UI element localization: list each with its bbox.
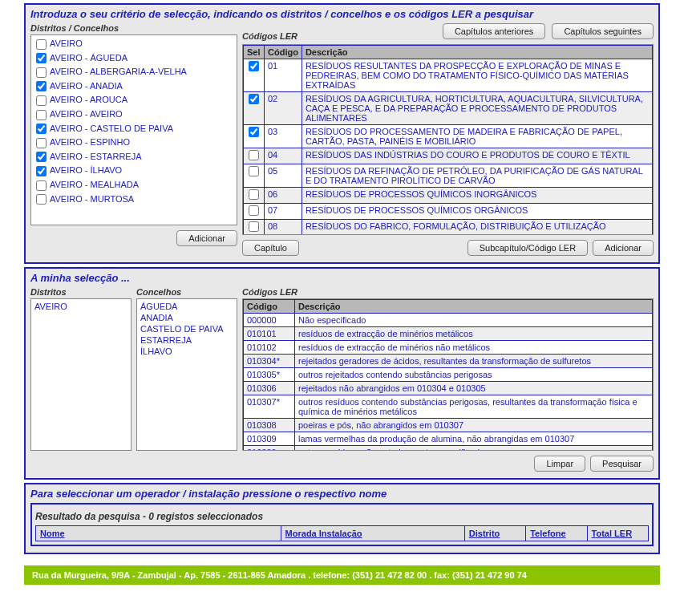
results-th-total[interactable]: Total LER <box>587 526 648 541</box>
sel-ler-desc: outros rejeitados contendo substâncias p… <box>295 368 653 382</box>
sel-ler-desc: resíduos de extracção de minérios metáli… <box>295 327 653 341</box>
ler-row: 06RESÍDUOS DE PROCESSOS QUÍMICOS INORGÂN… <box>244 188 653 204</box>
distrito-item[interactable]: AVEIRO - ESPINHO <box>33 136 235 150</box>
sel-ler-row: 010399outros resíduos não anteriormente … <box>244 446 653 452</box>
ler-desc: RESÍDUOS DE PROCESSOS QUÍMICOS INORGÂNIC… <box>302 188 652 204</box>
sel-distritos-list[interactable]: AVEIRO <box>30 298 132 451</box>
sel-ler-codigo: 010102 <box>244 341 295 355</box>
results-th-nome[interactable]: Nome <box>36 526 281 541</box>
sel-concelho-item[interactable]: ÁGUEDA <box>140 301 233 312</box>
sel-ler-th-desc: Descrição <box>295 300 653 314</box>
distrito-item[interactable]: AVEIRO - ESTARREJA <box>33 150 235 164</box>
panel1-title: Introduza o seu critério de selecção, in… <box>30 8 654 20</box>
distrito-checkbox[interactable] <box>36 110 47 120</box>
distrito-checkbox[interactable] <box>36 95 47 106</box>
ler-checkbox[interactable] <box>249 205 259 216</box>
sel-ler-codigo: 000000 <box>244 314 295 327</box>
sel-concelho-item[interactable]: CASTELO DE PAIVA <box>140 323 233 334</box>
panel2-title: A minha selecção ... <box>30 272 654 284</box>
ler-codigo: 03 <box>265 125 302 148</box>
sel-ler-row: 010306rejeitados não abrangidos em 01030… <box>244 382 653 395</box>
ler-desc: RESÍDUOS DO PROCESSAMENTO DE MADEIRA E F… <box>302 125 652 148</box>
sel-ler-desc: lamas vermelhas da produção de alumina, … <box>295 432 653 446</box>
sel-ler-row: 010308poeiras e pós, não abrangidos em 0… <box>244 419 653 432</box>
distrito-checkbox[interactable] <box>36 194 47 205</box>
add-distritos-button[interactable]: Adicionar <box>176 230 237 246</box>
sel-ler-label: Códigos LER <box>242 287 654 297</box>
ler-desc: RESÍDUOS DE PROCESSOS QUÍMICOS ORGÂNICOS <box>302 204 652 220</box>
distrito-item[interactable]: AVEIRO - ALBERGARIA-A-VELHA <box>33 65 235 79</box>
ler-checkbox[interactable] <box>249 127 259 137</box>
ler-checkbox[interactable] <box>249 61 259 71</box>
subcapitulo-button[interactable]: Subcapítulo/Código LER <box>467 240 588 256</box>
prev-chapters-button[interactable]: Capítulos anteriores <box>443 23 545 39</box>
distrito-label: AVEIRO - ESPINHO <box>50 137 130 147</box>
ler-checkbox[interactable] <box>249 166 259 176</box>
add-ler-button[interactable]: Adicionar <box>593 240 654 256</box>
ler-codigo: 02 <box>265 92 302 125</box>
sel-distritos-label: Distritos <box>30 287 132 297</box>
distrito-checkbox[interactable] <box>36 81 47 91</box>
sel-ler-row: 010101resíduos de extracção de minérios … <box>244 327 653 341</box>
distrito-item[interactable]: AVEIRO <box>33 37 235 51</box>
distrito-label: AVEIRO - AROUCA <box>50 95 127 104</box>
distrito-checkbox[interactable] <box>36 166 47 176</box>
ler-row: 08RESÍDUOS DO FABRICO, FORMULAÇÃO, DISTR… <box>244 220 653 236</box>
distrito-label: AVEIRO - CASTELO DE PAIVA <box>50 124 173 133</box>
distrito-checkbox[interactable] <box>36 39 47 50</box>
ler-checkbox[interactable] <box>249 221 259 232</box>
ler-codigo: 08 <box>265 220 302 236</box>
ler-scroll[interactable]: Sel Código Descrição 01RESÍDUOS RESULTAN… <box>242 44 654 235</box>
distrito-item[interactable]: AVEIRO - AROUCA <box>33 93 235 107</box>
sel-ler-desc: Não especificado <box>295 314 653 327</box>
search-button[interactable]: Pesquisar <box>590 456 654 472</box>
ler-row: 01RESÍDUOS RESULTANTES DA PROSPECÇÃO E E… <box>244 59 653 92</box>
sel-ler-scroll[interactable]: Código Descrição 000000Não especificado0… <box>242 298 654 451</box>
selection-panel: A minha selecção ... Distritos AVEIRO Co… <box>24 267 660 480</box>
ler-desc: RESÍDUOS DA AGRICULTURA, HORTICULTURA, A… <box>302 92 652 125</box>
sel-ler-codigo: 010308 <box>244 419 295 432</box>
sel-ler-th-codigo: Código <box>244 300 295 314</box>
sel-concelho-item[interactable]: ÍLHAVO <box>140 346 233 357</box>
distrito-checkbox[interactable] <box>36 180 47 191</box>
ler-codigo: 04 <box>265 148 302 164</box>
distrito-item[interactable]: AVEIRO - MEALHADA <box>33 178 235 192</box>
results-count: Resultado da pesquisa - 0 registos selec… <box>35 511 649 522</box>
distritos-listbox[interactable]: AVEIROAVEIRO - ÁGUEDAAVEIRO - ALBERGARIA… <box>30 34 237 225</box>
ler-row: 02RESÍDUOS DA AGRICULTURA, HORTICULTURA,… <box>244 92 653 125</box>
ler-checkbox[interactable] <box>249 150 259 160</box>
sel-distrito-item[interactable]: AVEIRO <box>34 301 127 312</box>
distrito-item[interactable]: AVEIRO - ÁGUEDA <box>33 51 235 66</box>
results-th-telefone[interactable]: Telefone <box>526 526 587 541</box>
distrito-label: AVEIRO - MURTOSA <box>50 194 134 204</box>
distrito-item[interactable]: AVEIRO - CASTELO DE PAIVA <box>33 122 235 136</box>
footer-bar: Rua da Murgueira, 9/9A - Zambujal - Ap. … <box>24 565 660 585</box>
distritos-column: Distritos / Concelhos AVEIROAVEIRO - ÁGU… <box>30 23 237 256</box>
ler-table: Sel Código Descrição 01RESÍDUOS RESULTAN… <box>243 45 653 235</box>
distrito-item[interactable]: AVEIRO - ANADIA <box>33 79 235 94</box>
distrito-checkbox[interactable] <box>36 152 47 162</box>
distrito-item[interactable]: AVEIRO - MURTOSA <box>33 192 235 207</box>
distrito-label: AVEIRO - ALBERGARIA-A-VELHA <box>50 67 187 76</box>
distrito-checkbox[interactable] <box>36 67 47 78</box>
distrito-checkbox[interactable] <box>36 138 47 148</box>
distrito-label: AVEIRO - ANADIA <box>50 81 123 91</box>
ler-checkbox[interactable] <box>249 94 259 104</box>
distrito-item[interactable]: AVEIRO - ÍLHAVO <box>33 164 235 178</box>
sel-ler-codigo: 010306 <box>244 382 295 395</box>
distrito-checkbox[interactable] <box>36 124 47 134</box>
sel-concelho-item[interactable]: ESTARREJA <box>140 334 233 346</box>
sel-ler-row: 010307*outros resíduos contendo substânc… <box>244 395 653 419</box>
sel-concelhos-list[interactable]: ÁGUEDAANADIACASTELO DE PAIVAESTARREJAÍLH… <box>136 298 237 451</box>
sel-concelho-item[interactable]: ANADIA <box>140 312 233 323</box>
capitulo-button[interactable]: Capítulo <box>242 240 299 256</box>
next-chapters-button[interactable]: Capítulos seguintes <box>552 23 654 39</box>
sel-ler-desc: resíduos de extracção de minérios não me… <box>295 341 653 355</box>
ler-th-codigo: Código <box>265 46 302 59</box>
distrito-item[interactable]: AVEIRO - AVEIRO <box>33 107 235 122</box>
distrito-checkbox[interactable] <box>36 53 47 63</box>
ler-checkbox[interactable] <box>249 189 259 200</box>
results-th-morada[interactable]: Morada Instalação <box>281 526 464 541</box>
clear-button[interactable]: Limpar <box>534 456 585 472</box>
results-th-distrito[interactable]: Distrito <box>464 526 525 541</box>
